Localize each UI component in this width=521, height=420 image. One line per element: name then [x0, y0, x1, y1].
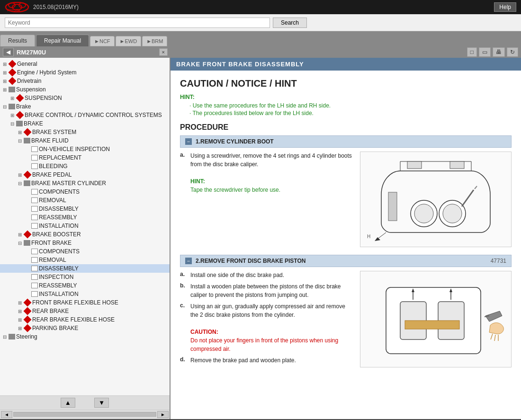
step1-desc-a: Using a screwdriver, remove the 4 set ri… [190, 152, 354, 194]
tree-item-disassembly2[interactable]: DISASSEMBLY [0, 264, 170, 273]
red-diamond-icon [24, 231, 32, 239]
step2-row-a: a. Install one side of the disc brake pa… [180, 271, 354, 279]
doc-icon [31, 189, 38, 195]
expand-icon: ⊞ [17, 326, 23, 331]
tree-item-installation1[interactable]: INSTALLATION [0, 222, 170, 230]
tree-item-brake-control[interactable]: ⊞ BRAKE CONTROL / DYNAMIC CONTROL SYSTEM… [0, 111, 170, 119]
tree-item-bleeding[interactable]: BLEEDING [0, 162, 170, 170]
tree-item-front-brake[interactable]: ⊟ FRONT BRAKE [0, 239, 170, 247]
tree-item-brake-fluid[interactable]: ⊟ BRAKE FLUID [0, 136, 170, 145]
step1-hint-label: HINT: [190, 178, 205, 185]
svg-point-8 [443, 204, 462, 223]
toolbar-btn-1[interactable]: □ [467, 47, 477, 57]
tree-item-brake-sub[interactable]: ⊟ BRAKE [0, 119, 170, 128]
tree-item-components1[interactable]: COMPONENTS [0, 188, 170, 196]
svg-rect-20 [405, 321, 459, 329]
folder-icon [9, 334, 15, 340]
tree-item-suspension-sub[interactable]: ⊞ SUSPENSION [0, 94, 170, 102]
tree-item-parking-brake[interactable]: ⊞ PARKING BRAKE [0, 324, 170, 332]
expand-icon: ⊞ [9, 96, 15, 101]
toyota-logo-icon: TOYOTA [5, 2, 29, 12]
tree-item-replacement[interactable]: REPLACEMENT [0, 153, 170, 162]
tree-item-front-brake-hose[interactable]: ⊞ FRONT BRAKE FLEXIBLE HOSE [0, 298, 170, 307]
expand-icon: ⊞ [2, 79, 8, 84]
svg-line-22 [491, 334, 493, 340]
tree-item-brake-pedal[interactable]: ⊞ BRAKE PEDAL [0, 170, 170, 179]
tree-item-reassembly1[interactable]: REASSEMBLY [0, 213, 170, 222]
tree-item-brake-system[interactable]: ⊞ BRAKE SYSTEM [0, 128, 170, 136]
step2-header[interactable]: − 2.REMOVE FRONT DISC BRAKE PISTON 47731 [180, 255, 512, 267]
expand-icon: ⊞ [9, 113, 15, 118]
svg-text:H: H [367, 234, 370, 239]
tree-item-removal1[interactable]: REMOVAL [0, 196, 170, 205]
step1-header[interactable]: − 1.REMOVE CYLINDER BOOT [180, 135, 512, 148]
svg-line-23 [494, 335, 495, 341]
tree-item-reassembly2[interactable]: REASSEMBLY [0, 281, 170, 290]
scroll-down-btn[interactable]: ▼ [94, 398, 109, 408]
tree-item-on-vehicle[interactable]: ON-VEHICLE INSPECTION [0, 145, 170, 153]
tab-ewd[interactable]: ►EWD [116, 36, 142, 46]
toolbar-btn-print[interactable]: 🖶 [493, 47, 505, 57]
tree-item-steering[interactable]: ⊟ Steering [0, 332, 170, 341]
step2-image [360, 271, 512, 367]
red-diamond-icon [24, 128, 32, 136]
tree-scroll-arrows: ▲ ▼ [0, 395, 170, 410]
step2-desc-b: Install a wooden plate between the pisto… [190, 282, 354, 299]
red-diamond-icon [16, 94, 24, 102]
tree-item-brake-master[interactable]: ⊟ BRAKE MASTER CYLINDER [0, 179, 170, 188]
svg-line-10 [475, 186, 477, 189]
close-panel-button[interactable]: × [159, 48, 168, 56]
doc-icon [31, 291, 38, 297]
step-letter-d: d. [180, 356, 188, 365]
doc-icon [31, 146, 38, 152]
svg-rect-11 [407, 161, 422, 169]
tree-item-rear-brake-hose[interactable]: ⊞ REAR BRAKE FLEXIBLE HOSE [0, 315, 170, 324]
step2-desc-c: Using an air gun, gradually apply compre… [190, 302, 354, 353]
top-bar: TOYOTA 2015.08(2016MY) Help [0, 0, 521, 14]
tree-item-installation2[interactable]: INSTALLATION [0, 290, 170, 298]
step1-label: 1.REMOVE CYLINDER BOOT [196, 138, 506, 145]
tree-item-drivetrain[interactable]: ⊞ Drivetrain [0, 77, 170, 85]
toolbar-btn-2[interactable]: ▭ [479, 47, 491, 57]
scroll-right-btn[interactable]: ► [157, 411, 169, 418]
tree-item-removal2[interactable]: REMOVAL [0, 256, 170, 264]
tab-ncf[interactable]: ►NCF [90, 36, 115, 46]
tree-item-general[interactable]: ⊞ General [0, 60, 170, 68]
hint-label: HINT: [180, 94, 512, 100]
tree-item-rear-brake[interactable]: ⊞ REAR BRAKE [0, 307, 170, 315]
doc-icon [31, 223, 38, 229]
tree-item-brake[interactable]: ⊟ Brake [0, 102, 170, 111]
scroll-left-btn[interactable]: ◄ [1, 411, 12, 418]
tab-brm[interactable]: ►BRM [142, 36, 167, 46]
nav-arrow-button[interactable]: ◀ [3, 48, 14, 56]
tree-item-components2[interactable]: COMPONENTS [0, 247, 170, 256]
search-bar: Search [0, 14, 521, 31]
tree-item-engine[interactable]: ⊞ Engine / Hybrid System [0, 68, 170, 77]
step-letter-b: b. [180, 282, 188, 299]
search-input[interactable] [5, 18, 270, 28]
tab-repair-manual[interactable]: Repair Manual [36, 35, 89, 46]
expand-icon: ⊟ [2, 334, 8, 340]
expand-icon: ⊞ [2, 70, 8, 75]
section-title: CAUTION / NOTICE / HINT [180, 78, 512, 89]
tree-item-disassembly1[interactable]: DISASSEMBLY [0, 205, 170, 213]
help-button[interactable]: Help [494, 2, 516, 12]
step1-hint-text: Tape the screwdriver tip before use. [190, 187, 280, 193]
tree-item-brake-booster[interactable]: ⊞ BRAKE BOOSTER [0, 230, 170, 239]
search-button[interactable]: Search [273, 18, 307, 28]
tree-hscroll: ◄ ► [0, 410, 170, 419]
step2-num: 47731 [491, 258, 506, 264]
hint-item-1: Use the same procedures for the LH side … [189, 102, 512, 109]
tree-item-suspension[interactable]: ⊞ Suspension [0, 85, 170, 94]
tab-results[interactable]: Results [0, 35, 35, 46]
toolbar-btn-refresh[interactable]: ↻ [507, 47, 518, 57]
hscroll-track[interactable] [13, 412, 156, 417]
expand-icon: ⊞ [17, 300, 23, 305]
brake-caliper-image: H [362, 152, 509, 244]
scroll-up-btn[interactable]: ▲ [61, 398, 75, 408]
svg-rect-13 [388, 192, 397, 221]
tree-item-inspection[interactable]: INSPECTION [0, 273, 170, 281]
collapse-icon-2: − [185, 258, 192, 264]
red-diamond-icon [24, 324, 32, 332]
folder-icon [24, 240, 30, 246]
